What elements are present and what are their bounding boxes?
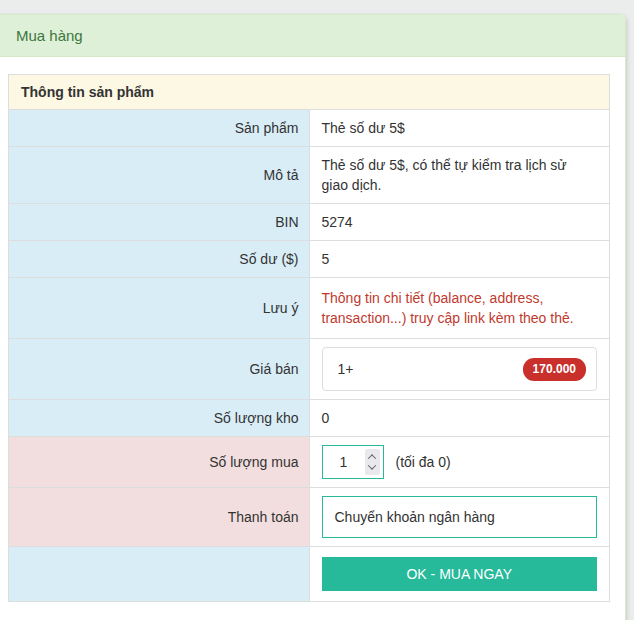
buy-cell: OK - MUA NGAY — [309, 547, 610, 602]
quantity-input[interactable]: 1 — [322, 445, 384, 479]
bin-value: 5274 — [309, 204, 610, 241]
purchase-panel: Mua hàng Thông tin sản phẩm Sản phẩm Thẻ… — [0, 14, 626, 620]
quantity-stepper[interactable] — [365, 449, 380, 475]
section-title: Thông tin sản phẩm — [9, 75, 610, 110]
price-tier-quantity: 1+ — [338, 359, 354, 379]
quantity-max-hint: (tối đa 0) — [396, 452, 451, 472]
stock-value: 0 — [309, 400, 610, 437]
row-bin: BIN 5274 — [9, 204, 610, 241]
row-balance: Số dư ($) 5 — [9, 241, 610, 278]
row-quantity: Số lượng mua 1 (tối đa 0 — [9, 437, 610, 488]
row-description: Mô tả Thẻ số dư 5$, có thể tự kiểm tra l… — [9, 147, 610, 204]
table-section-row: Thông tin sản phẩm — [9, 75, 610, 110]
description-value: Thẻ số dư 5$, có thể tự kiểm tra lịch sử… — [309, 147, 610, 204]
page: Mua hàng Thông tin sản phẩm Sản phẩm Thẻ… — [0, 0, 634, 620]
price-tier-item: 1+ 170.000 — [322, 347, 598, 391]
buy-now-button[interactable]: OK - MUA NGAY — [322, 557, 598, 591]
row-stock: Số lượng kho 0 — [9, 400, 610, 437]
panel-title: Mua hàng — [0, 15, 625, 57]
bin-label: BIN — [9, 204, 310, 241]
note-label: Lưu ý — [9, 278, 310, 339]
balance-label: Số dư ($) — [9, 241, 310, 278]
product-name-label: Sản phẩm — [9, 110, 310, 147]
spinner-down-icon[interactable] — [368, 461, 376, 469]
stock-label: Số lượng kho — [9, 400, 310, 437]
price-amount-badge: 170.000 — [523, 358, 586, 381]
buy-row-label — [9, 547, 310, 602]
price-label: Giá bán — [9, 339, 310, 400]
panel-body: Thông tin sản phẩm Sản phẩm Thẻ số dư 5$… — [0, 57, 625, 620]
row-buy: OK - MUA NGAY — [9, 547, 610, 602]
note-text: Thông tin chi tiết (balance, address, tr… — [309, 278, 610, 339]
payment-label: Thanh toán — [9, 488, 310, 547]
product-name-value: Thẻ số dư 5$ — [309, 110, 610, 147]
quantity-label: Số lượng mua — [9, 437, 310, 488]
row-note: Lưu ý Thông tin chi tiết (balance, addre… — [9, 278, 610, 339]
row-product-name: Sản phẩm Thẻ số dư 5$ — [9, 110, 610, 147]
balance-value: 5 — [309, 241, 610, 278]
description-label: Mô tả — [9, 147, 310, 204]
quantity-cell: 1 (tối đa 0) — [309, 437, 610, 488]
quantity-value: 1 — [323, 452, 365, 472]
row-payment: Thanh toán — [9, 488, 610, 547]
payment-method-input[interactable] — [322, 496, 598, 538]
payment-cell — [309, 488, 610, 547]
price-cell: 1+ 170.000 — [309, 339, 610, 400]
product-info-table: Thông tin sản phẩm Sản phẩm Thẻ số dư 5$… — [8, 74, 610, 602]
row-price: Giá bán 1+ 170.000 — [9, 339, 610, 400]
